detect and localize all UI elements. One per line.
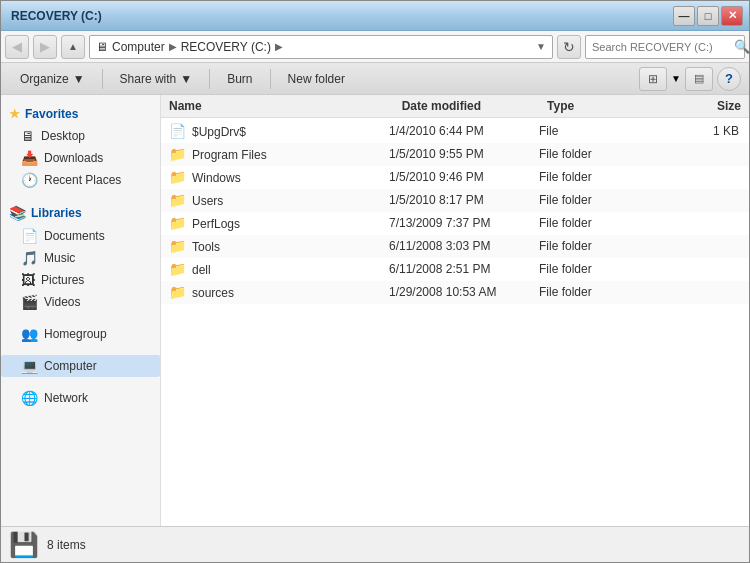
- forward-button[interactable]: ▶: [33, 35, 57, 59]
- folder-icon: 📁: [169, 238, 186, 254]
- toolbar-divider-2: [209, 69, 210, 89]
- share-dropdown-icon: ▼: [180, 72, 192, 86]
- window: RECOVERY (C:) — □ ✕ ◀ ▶ ▲ 🖥 Computer ▶ R…: [0, 0, 750, 563]
- column-type[interactable]: Type: [547, 99, 663, 113]
- homegroup-icon: 👥: [21, 326, 38, 342]
- favorites-label: Favorites: [25, 107, 78, 121]
- view-dropdown-button[interactable]: ⊞: [639, 67, 667, 91]
- folder-icon: 📁: [169, 215, 186, 231]
- table-row[interactable]: 📁dell 6/11/2008 2:51 PM File folder: [161, 258, 749, 281]
- file-icon: 📄: [169, 123, 186, 139]
- toolbar-right: ⊞ ▼ ▤ ?: [639, 67, 741, 91]
- desktop-icon: 🖥: [21, 128, 35, 144]
- title-controls: — □ ✕: [673, 6, 743, 26]
- search-input[interactable]: [592, 41, 730, 53]
- address-path[interactable]: 🖥 Computer ▶ RECOVERY (C:) ▶ ▼: [89, 35, 553, 59]
- sidebar-item-downloads[interactable]: 📥 Downloads: [1, 147, 160, 169]
- sidebar-section-computer: 💻 Computer: [1, 355, 160, 377]
- close-button[interactable]: ✕: [721, 6, 743, 26]
- table-row[interactable]: 📁Windows 1/5/2010 9:46 PM File folder: [161, 166, 749, 189]
- back-button[interactable]: ◀: [5, 35, 29, 59]
- sidebar-item-recent-places[interactable]: 🕐 Recent Places: [1, 169, 160, 191]
- file-name: 📁Program Files: [169, 146, 389, 162]
- sidebar: ★ Favorites 🖥 Desktop 📥 Downloads 🕐 Rece…: [1, 95, 161, 526]
- share-with-button[interactable]: Share with ▼: [109, 67, 204, 91]
- sidebar-item-music[interactable]: 🎵 Music: [1, 247, 160, 269]
- sidebar-item-homegroup[interactable]: 👥 Homegroup: [1, 323, 160, 345]
- sidebar-item-computer[interactable]: 💻 Computer: [1, 355, 160, 377]
- file-type: File folder: [539, 147, 659, 161]
- file-date: 1/5/2010 9:55 PM: [389, 147, 539, 161]
- videos-icon: 🎬: [21, 294, 38, 310]
- main-content: ★ Favorites 🖥 Desktop 📥 Downloads 🕐 Rece…: [1, 95, 749, 526]
- videos-label: Videos: [44, 295, 80, 309]
- table-row[interactable]: 📁Program Files 1/5/2010 9:55 PM File fol…: [161, 143, 749, 166]
- table-row[interactable]: 📁PerfLogs 7/13/2009 7:37 PM File folder: [161, 212, 749, 235]
- status-item-count: 8 items: [47, 538, 86, 552]
- help-button[interactable]: ?: [717, 67, 741, 91]
- file-type: File: [539, 124, 659, 138]
- path-computer: Computer: [112, 40, 165, 54]
- column-size[interactable]: Size: [663, 99, 741, 113]
- sidebar-item-videos[interactable]: 🎬 Videos: [1, 291, 160, 313]
- search-box: 🔍: [585, 35, 745, 59]
- table-row[interactable]: 📁Users 1/5/2010 8:17 PM File folder: [161, 189, 749, 212]
- sidebar-header-favorites[interactable]: ★ Favorites: [1, 103, 160, 125]
- pictures-icon: 🖼: [21, 272, 35, 288]
- table-row[interactable]: 📁Tools 6/11/2008 3:03 PM File folder: [161, 235, 749, 258]
- file-type: File folder: [539, 239, 659, 253]
- downloads-icon: 📥: [21, 150, 38, 166]
- documents-icon: 📄: [21, 228, 38, 244]
- sidebar-section-network: 🌐 Network: [1, 387, 160, 409]
- libraries-label: Libraries: [31, 206, 82, 220]
- favorites-star-icon: ★: [9, 107, 20, 121]
- folder-icon: 📁: [169, 146, 186, 162]
- maximize-button[interactable]: □: [697, 6, 719, 26]
- minimize-button[interactable]: —: [673, 6, 695, 26]
- up-button[interactable]: ▲: [61, 35, 85, 59]
- libraries-icon: 📚: [9, 205, 26, 221]
- toolbar-divider-3: [270, 69, 271, 89]
- file-type: File folder: [539, 285, 659, 299]
- file-date: 6/11/2008 3:03 PM: [389, 239, 539, 253]
- burn-button[interactable]: Burn: [216, 67, 263, 91]
- sidebar-item-documents[interactable]: 📄 Documents: [1, 225, 160, 247]
- sidebar-header-libraries[interactable]: 📚 Libraries: [1, 201, 160, 225]
- sidebar-section-libraries: 📚 Libraries 📄 Documents 🎵 Music 🖼 Pictur…: [1, 201, 160, 313]
- path-icon: 🖥: [96, 40, 108, 54]
- documents-label: Documents: [44, 229, 105, 243]
- file-date: 1/5/2010 9:46 PM: [389, 170, 539, 184]
- view-dropdown-arrow[interactable]: ▼: [671, 73, 681, 84]
- new-folder-button[interactable]: New folder: [277, 67, 356, 91]
- music-label: Music: [44, 251, 75, 265]
- title-bar: RECOVERY (C:) — □ ✕: [1, 1, 749, 31]
- file-name: 📁sources: [169, 284, 389, 300]
- path-dropdown-arrow[interactable]: ▼: [536, 41, 546, 52]
- file-size: 1 KB: [659, 124, 739, 138]
- file-list-header: Name Date modified Type Size: [161, 95, 749, 118]
- file-name: 📁Windows: [169, 169, 389, 185]
- file-date: 7/13/2009 7:37 PM: [389, 216, 539, 230]
- file-list: 📄$UpgDrv$ 1/4/2010 6:44 PM File 1 KB 📁Pr…: [161, 118, 749, 526]
- network-label: Network: [44, 391, 88, 405]
- refresh-button[interactable]: ↻: [557, 35, 581, 59]
- downloads-label: Downloads: [44, 151, 103, 165]
- column-date-modified[interactable]: Date modified: [402, 99, 547, 113]
- status-drive-icon: 💾: [9, 531, 39, 559]
- table-row[interactable]: 📁sources 1/29/2008 10:53 AM File folder: [161, 281, 749, 304]
- recent-places-label: Recent Places: [44, 173, 121, 187]
- table-row[interactable]: 📄$UpgDrv$ 1/4/2010 6:44 PM File 1 KB: [161, 120, 749, 143]
- sidebar-item-network[interactable]: 🌐 Network: [1, 387, 160, 409]
- organize-button[interactable]: Organize ▼: [9, 67, 96, 91]
- column-name[interactable]: Name: [169, 99, 402, 113]
- file-date: 1/4/2010 6:44 PM: [389, 124, 539, 138]
- toolbar-divider-1: [102, 69, 103, 89]
- sidebar-item-desktop[interactable]: 🖥 Desktop: [1, 125, 160, 147]
- sidebar-item-pictures[interactable]: 🖼 Pictures: [1, 269, 160, 291]
- folder-icon: 📁: [169, 192, 186, 208]
- preview-pane-button[interactable]: ▤: [685, 67, 713, 91]
- file-name: 📄$UpgDrv$: [169, 123, 389, 139]
- folder-icon: 📁: [169, 169, 186, 185]
- view-icon: ⊞: [648, 72, 658, 86]
- network-icon: 🌐: [21, 390, 38, 406]
